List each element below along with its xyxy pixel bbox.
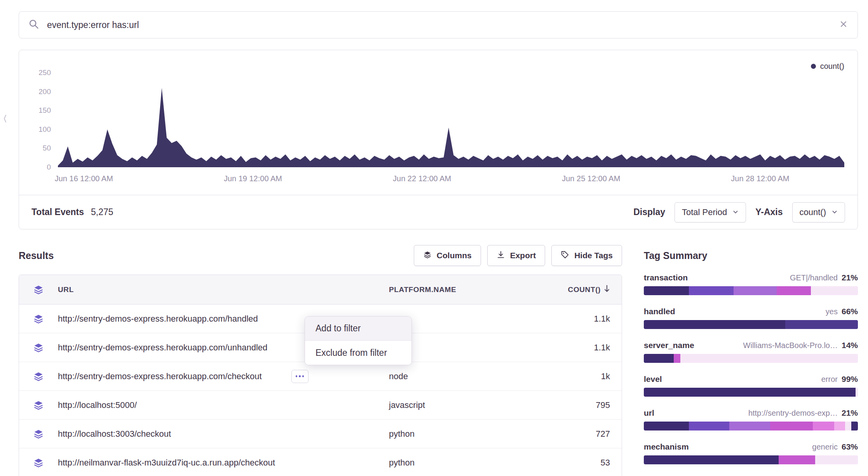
download-icon [497, 250, 505, 261]
chart-footer: Total Events 5,275 Display Total Period … [19, 195, 858, 229]
menu-item-exclude-from-filter[interactable]: Exclude from filter [305, 341, 411, 365]
sort-desc-icon [604, 285, 610, 294]
row-count: 795 [552, 400, 622, 410]
tag-distribution-bar[interactable] [644, 388, 858, 397]
total-events-label: Total Events [31, 207, 84, 217]
tag-distribution-bar[interactable] [644, 354, 858, 363]
tag-top-pct: 14% [842, 341, 858, 350]
legend-label: count() [820, 62, 844, 71]
export-button[interactable]: Export [487, 245, 546, 266]
row-url[interactable]: http://localhost:3003/checkout [58, 429, 171, 439]
results-table: URL PLATFORM.NAME COUNT() http://sentry-… [19, 275, 622, 476]
results-section: Results Columns Export [19, 245, 622, 476]
tag-name: transaction [644, 273, 688, 282]
tag-top-value: Williams-MacBook-Pro.lo… [743, 341, 838, 350]
tag-top-pct: 21% [842, 273, 858, 282]
header-platform[interactable]: PLATFORM.NAME [389, 285, 552, 294]
tag-block: transaction GET|/handled21% [644, 273, 858, 295]
tag-block: url http://sentry-demos-exp…21% [644, 408, 858, 430]
tag-distribution-bar[interactable] [644, 320, 858, 329]
y-tick: 100 [38, 125, 51, 134]
tag-top-value: GET|/handled [790, 273, 838, 282]
events-chart-panel: count() 250 200 150 100 50 0 Jun 16 12:0… [19, 50, 858, 229]
row-count: 727 [552, 429, 622, 439]
header-count-label: COUNT() [568, 285, 601, 294]
row-url[interactable]: http://localhost:5000/ [58, 400, 137, 410]
tag-top-pct: 99% [842, 374, 858, 384]
tag-top-value: generic [812, 443, 838, 452]
table-row[interactable]: http://localhost:5000/ javascript 795 [19, 391, 622, 420]
layers-icon [19, 371, 58, 382]
results-header: Results Columns Export [19, 245, 622, 266]
columns-button-label: Columns [437, 251, 472, 260]
x-tick: Jun 22 12:00 AM [393, 174, 451, 183]
x-tick: Jun 25 12:00 AM [562, 174, 620, 183]
x-tick: Jun 19 12:00 AM [224, 174, 282, 183]
chevron-down-icon [831, 207, 838, 217]
y-axis-dropdown[interactable]: count() [792, 202, 845, 222]
tag-summary-panel: Tag Summary transaction GET|/handled21% … [644, 245, 858, 476]
row-url[interactable]: http://sentry-demos-express.herokuapp.co… [58, 314, 258, 324]
row-url[interactable]: http://sentry-demos-express.herokuapp.co… [58, 343, 267, 353]
row-url[interactable]: http://neilmanvar-flask-m3uuizd7iq-uc.a.… [58, 458, 275, 468]
table-row[interactable]: http://sentry-demos-express.herokuapp.co… [19, 362, 622, 391]
tag-name: server_name [644, 341, 694, 350]
tag-top-value: yes [826, 307, 838, 316]
header-url[interactable]: URL [58, 285, 389, 294]
table-row[interactable]: http://neilmanvar-flask-m3uuizd7iq-uc.a.… [19, 448, 622, 476]
panel-resize-handle[interactable] [2, 114, 8, 125]
layers-icon [19, 400, 58, 411]
search-bar [19, 11, 858, 38]
y-axis-label: Y-Axis [755, 207, 783, 217]
chart-plot-area[interactable] [58, 73, 844, 167]
y-tick: 50 [43, 144, 51, 152]
tag-name: url [644, 408, 654, 418]
chart-y-axis: 250 200 150 100 50 0 [19, 73, 58, 167]
y-axis-dropdown-value: count() [800, 207, 826, 217]
tag-summary-title: Tag Summary [644, 245, 858, 266]
x-tick: Jun 28 12:00 AM [731, 174, 789, 183]
layers-icon [19, 429, 58, 439]
discover-page: count() 250 200 150 100 50 0 Jun 16 12:0… [0, 0, 868, 476]
layers-icon [19, 284, 58, 295]
row-url[interactable]: http://sentry-demos-express.herokuapp.co… [58, 371, 262, 382]
search-input[interactable] [46, 19, 832, 31]
chart-area-path [58, 88, 844, 167]
clear-search-icon[interactable] [839, 19, 848, 30]
tag-distribution-bar[interactable] [644, 455, 858, 464]
columns-button[interactable]: Columns [414, 245, 481, 266]
menu-item-add-to-filter[interactable]: Add to filter [305, 317, 411, 341]
chart-legend[interactable]: count() [811, 62, 844, 71]
columns-icon [423, 250, 432, 261]
tag-name: level [644, 374, 662, 384]
layers-icon [19, 313, 58, 324]
tag-top-value: http://sentry-demos-exp… [748, 409, 838, 418]
tag-name: handled [644, 307, 675, 316]
tag-distribution-bar[interactable] [644, 422, 858, 430]
tag-block: mechanism generic63% [644, 442, 858, 464]
row-count: 1.1k [552, 314, 622, 324]
chevron-down-icon [732, 207, 739, 217]
row-actions-ellipsis-button[interactable] [291, 370, 309, 383]
tag-distribution-bar[interactable] [644, 286, 858, 295]
table-row[interactable]: http://localhost:3003/checkout python 72… [19, 420, 622, 448]
hide-tags-button-label: Hide Tags [574, 251, 613, 260]
layers-icon [19, 342, 58, 353]
tag-name: mechanism [644, 442, 689, 452]
table-header-row: URL PLATFORM.NAME COUNT() [19, 275, 622, 304]
display-dropdown[interactable]: Total Period [675, 202, 746, 222]
tag-top-pct: 63% [842, 442, 858, 452]
tag-block: handled yes66% [644, 307, 858, 329]
row-platform: node [389, 371, 552, 382]
row-count: 1.1k [552, 343, 622, 353]
hide-tags-button[interactable]: Hide Tags [551, 245, 622, 266]
chart-plot-row: 250 200 150 100 50 0 [19, 73, 858, 167]
display-dropdown-value: Total Period [682, 207, 727, 217]
tag-top-pct: 66% [842, 307, 858, 316]
header-count[interactable]: COUNT() [552, 285, 622, 294]
total-events-value: 5,275 [91, 207, 113, 217]
results-title: Results [19, 250, 54, 261]
legend-dot-icon [811, 64, 816, 69]
row-platform: python [389, 458, 552, 468]
ellipsis-icon [296, 375, 298, 377]
